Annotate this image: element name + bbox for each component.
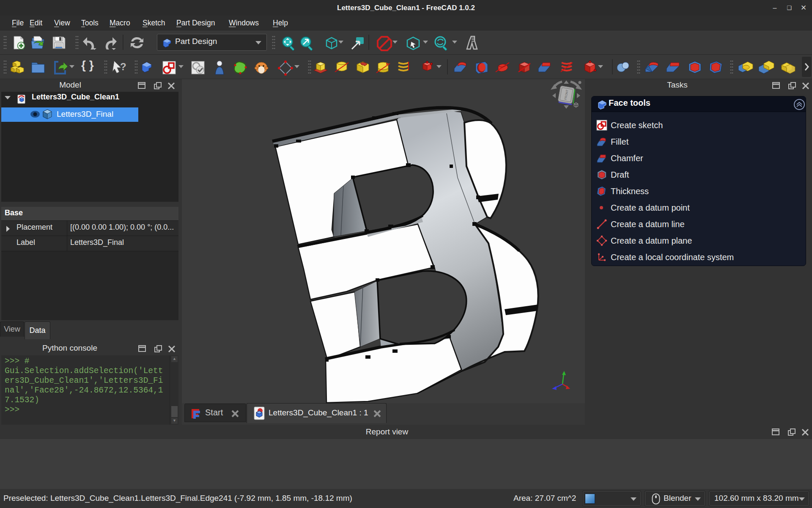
svg-text:?: ? <box>120 61 126 72</box>
